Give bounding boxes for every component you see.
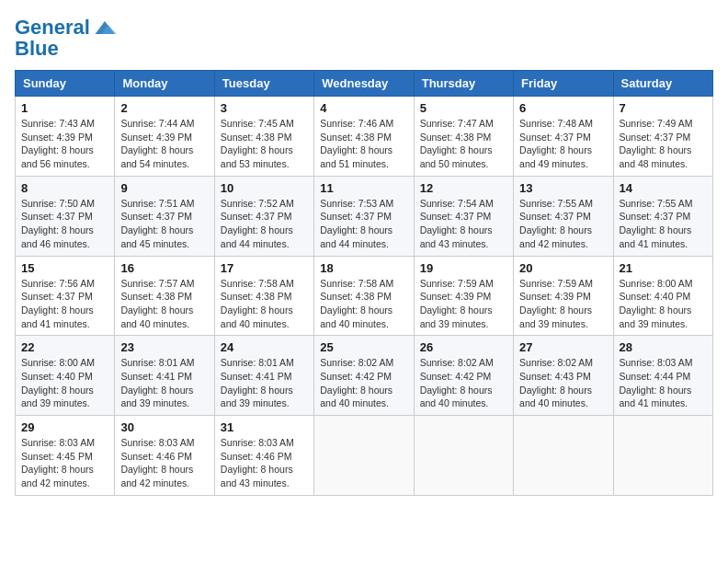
day-number: 19 — [420, 261, 507, 275]
day-info: Sunrise: 7:58 AM Sunset: 4:38 PM Dayligh… — [221, 277, 308, 331]
day-info: Sunrise: 7:55 AM Sunset: 4:37 PM Dayligh… — [519, 197, 607, 251]
calendar-cell: 7Sunrise: 7:49 AM Sunset: 4:37 PM Daylig… — [613, 97, 712, 177]
day-info: Sunrise: 7:54 AM Sunset: 4:37 PM Dayligh… — [420, 197, 507, 251]
calendar-cell: 11Sunrise: 7:53 AM Sunset: 4:37 PM Dayli… — [314, 176, 414, 256]
page-header: General Blue — [15, 15, 713, 61]
day-info: Sunrise: 7:53 AM Sunset: 4:37 PM Dayligh… — [320, 197, 407, 251]
day-info: Sunrise: 7:43 AM Sunset: 4:39 PM Dayligh… — [21, 117, 108, 171]
day-number: 12 — [420, 181, 507, 195]
week-row-4: 22Sunrise: 8:00 AM Sunset: 4:40 PM Dayli… — [16, 336, 713, 416]
calendar-cell: 29Sunrise: 8:03 AM Sunset: 4:45 PM Dayli… — [16, 416, 115, 496]
day-number: 7 — [620, 101, 707, 115]
day-number: 11 — [320, 181, 407, 195]
weekday-tuesday: Tuesday — [214, 71, 313, 97]
logo-icon — [92, 15, 118, 40]
day-info: Sunrise: 7:55 AM Sunset: 4:37 PM Dayligh… — [620, 197, 707, 251]
day-number: 24 — [221, 340, 308, 354]
day-number: 18 — [320, 261, 407, 275]
day-info: Sunrise: 7:51 AM Sunset: 4:37 PM Dayligh… — [120, 197, 208, 251]
day-info: Sunrise: 7:59 AM Sunset: 4:39 PM Dayligh… — [519, 277, 607, 331]
day-number: 17 — [221, 261, 308, 275]
day-number: 31 — [221, 420, 308, 434]
calendar-cell: 31Sunrise: 8:03 AM Sunset: 4:46 PM Dayli… — [214, 416, 313, 496]
day-info: Sunrise: 8:01 AM Sunset: 4:41 PM Dayligh… — [120, 356, 208, 410]
calendar-cell — [414, 416, 513, 496]
day-info: Sunrise: 8:02 AM Sunset: 4:42 PM Dayligh… — [420, 356, 507, 410]
day-number: 5 — [420, 101, 507, 115]
calendar-cell: 28Sunrise: 8:03 AM Sunset: 4:44 PM Dayli… — [613, 336, 712, 416]
calendar-cell: 8Sunrise: 7:50 AM Sunset: 4:37 PM Daylig… — [16, 176, 115, 256]
day-number: 16 — [120, 261, 208, 275]
calendar-cell: 12Sunrise: 7:54 AM Sunset: 4:37 PM Dayli… — [414, 176, 513, 256]
calendar-cell: 5Sunrise: 7:47 AM Sunset: 4:38 PM Daylig… — [414, 97, 513, 177]
day-number: 4 — [320, 101, 407, 115]
day-number: 22 — [21, 340, 108, 354]
day-number: 30 — [120, 420, 208, 434]
weekday-thursday: Thursday — [414, 71, 513, 97]
day-info: Sunrise: 8:02 AM Sunset: 4:43 PM Dayligh… — [519, 356, 607, 410]
calendar-cell — [613, 416, 712, 496]
day-number: 29 — [21, 420, 108, 434]
weekday-sunday: Sunday — [16, 71, 115, 97]
day-number: 14 — [620, 181, 707, 195]
day-number: 23 — [120, 340, 208, 354]
day-info: Sunrise: 7:45 AM Sunset: 4:38 PM Dayligh… — [221, 117, 308, 171]
calendar-cell: 18Sunrise: 7:58 AM Sunset: 4:38 PM Dayli… — [314, 256, 414, 336]
calendar-table: SundayMondayTuesdayWednesdayThursdayFrid… — [15, 70, 713, 496]
calendar-cell: 9Sunrise: 7:51 AM Sunset: 4:37 PM Daylig… — [115, 176, 214, 256]
day-info: Sunrise: 8:03 AM Sunset: 4:46 PM Dayligh… — [221, 436, 308, 490]
day-number: 28 — [620, 340, 707, 354]
logo: General Blue — [15, 15, 118, 61]
calendar-cell: 26Sunrise: 8:02 AM Sunset: 4:42 PM Dayli… — [414, 336, 513, 416]
day-number: 1 — [21, 101, 108, 115]
day-info: Sunrise: 8:00 AM Sunset: 4:40 PM Dayligh… — [21, 356, 108, 410]
calendar-cell: 25Sunrise: 8:02 AM Sunset: 4:42 PM Dayli… — [314, 336, 414, 416]
calendar-cell: 17Sunrise: 7:58 AM Sunset: 4:38 PM Dayli… — [214, 256, 313, 336]
weekday-friday: Friday — [514, 71, 613, 97]
day-info: Sunrise: 8:03 AM Sunset: 4:44 PM Dayligh… — [620, 356, 707, 410]
day-number: 27 — [519, 340, 607, 354]
calendar-cell: 13Sunrise: 7:55 AM Sunset: 4:37 PM Dayli… — [514, 176, 613, 256]
calendar-cell: 19Sunrise: 7:59 AM Sunset: 4:39 PM Dayli… — [414, 256, 513, 336]
day-info: Sunrise: 8:01 AM Sunset: 4:41 PM Dayligh… — [221, 356, 308, 410]
calendar-cell: 21Sunrise: 8:00 AM Sunset: 4:40 PM Dayli… — [613, 256, 712, 336]
calendar-cell: 20Sunrise: 7:59 AM Sunset: 4:39 PM Dayli… — [514, 256, 613, 336]
day-number: 21 — [620, 261, 707, 275]
day-info: Sunrise: 8:03 AM Sunset: 4:46 PM Dayligh… — [120, 436, 208, 490]
calendar-cell: 15Sunrise: 7:56 AM Sunset: 4:37 PM Dayli… — [16, 256, 115, 336]
calendar-cell: 16Sunrise: 7:57 AM Sunset: 4:38 PM Dayli… — [115, 256, 214, 336]
day-number: 6 — [519, 101, 607, 115]
calendar-cell: 14Sunrise: 7:55 AM Sunset: 4:37 PM Dayli… — [613, 176, 712, 256]
calendar-cell: 24Sunrise: 8:01 AM Sunset: 4:41 PM Dayli… — [214, 336, 313, 416]
day-info: Sunrise: 7:58 AM Sunset: 4:38 PM Dayligh… — [320, 277, 407, 331]
day-info: Sunrise: 8:03 AM Sunset: 4:45 PM Dayligh… — [21, 436, 108, 490]
weekday-header-row: SundayMondayTuesdayWednesdayThursdayFrid… — [16, 71, 713, 97]
weekday-wednesday: Wednesday — [314, 71, 414, 97]
day-number: 8 — [21, 181, 108, 195]
calendar-cell: 3Sunrise: 7:45 AM Sunset: 4:38 PM Daylig… — [214, 97, 313, 177]
calendar-cell: 6Sunrise: 7:48 AM Sunset: 4:37 PM Daylig… — [514, 97, 613, 177]
calendar-cell: 10Sunrise: 7:52 AM Sunset: 4:37 PM Dayli… — [214, 176, 313, 256]
calendar-cell: 27Sunrise: 8:02 AM Sunset: 4:43 PM Dayli… — [514, 336, 613, 416]
day-number: 10 — [221, 181, 308, 195]
day-number: 13 — [519, 181, 607, 195]
day-info: Sunrise: 7:59 AM Sunset: 4:39 PM Dayligh… — [420, 277, 507, 331]
day-info: Sunrise: 7:48 AM Sunset: 4:37 PM Dayligh… — [519, 117, 607, 171]
day-info: Sunrise: 7:46 AM Sunset: 4:38 PM Dayligh… — [320, 117, 407, 171]
day-number: 9 — [120, 181, 208, 195]
logo-text: General — [15, 17, 90, 39]
calendar-cell — [314, 416, 414, 496]
calendar-cell: 1Sunrise: 7:43 AM Sunset: 4:39 PM Daylig… — [16, 97, 115, 177]
weekday-saturday: Saturday — [613, 71, 712, 97]
day-number: 25 — [320, 340, 407, 354]
day-number: 15 — [21, 261, 108, 275]
week-row-3: 15Sunrise: 7:56 AM Sunset: 4:37 PM Dayli… — [16, 256, 713, 336]
day-info: Sunrise: 7:47 AM Sunset: 4:38 PM Dayligh… — [420, 117, 507, 171]
day-info: Sunrise: 7:49 AM Sunset: 4:37 PM Dayligh… — [620, 117, 707, 171]
day-info: Sunrise: 7:56 AM Sunset: 4:37 PM Dayligh… — [21, 277, 108, 331]
day-info: Sunrise: 8:02 AM Sunset: 4:42 PM Dayligh… — [320, 356, 407, 410]
day-number: 2 — [120, 101, 208, 115]
day-info: Sunrise: 7:57 AM Sunset: 4:38 PM Dayligh… — [120, 277, 208, 331]
day-info: Sunrise: 8:00 AM Sunset: 4:40 PM Dayligh… — [620, 277, 707, 331]
calendar-cell: 23Sunrise: 8:01 AM Sunset: 4:41 PM Dayli… — [115, 336, 214, 416]
